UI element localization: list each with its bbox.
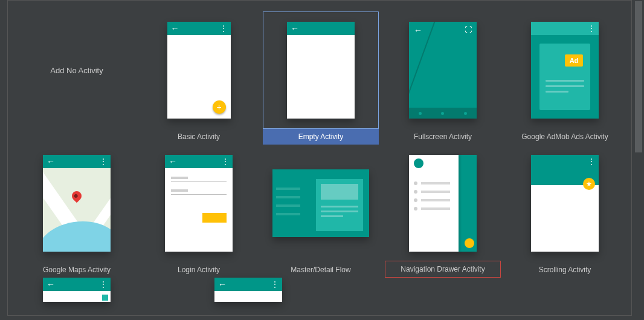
overflow-icon: ⋮ — [588, 25, 595, 32]
template-master-detail[interactable]: Master/Detail Flow — [263, 145, 379, 278]
fullscreen-icon: ⛶ — [465, 25, 472, 34]
thumb-scrolling: ⋮ ★ — [507, 145, 623, 262]
ad-badge: Ad — [565, 54, 583, 67]
back-arrow-icon: ← — [291, 24, 299, 33]
template-partial-1[interactable]: ← ⋮ — [19, 278, 135, 302]
thumb-maps: ← ⋮ — [19, 145, 135, 262]
row-3-cutoff: ← ⋮ ← ⋮ — [19, 278, 306, 302]
add-no-activity-label: Add No Activity — [50, 66, 103, 75]
tile-label: Google AdMob Ads Activity — [507, 129, 623, 145]
star-fab-icon: ★ — [583, 178, 595, 190]
ad-card: Ad — [539, 44, 590, 110]
thumb-nav-drawer — [385, 145, 501, 262]
tile-label: Google Maps Activity — [19, 262, 135, 278]
thumb-add-no-activity: Add No Activity — [19, 11, 135, 129]
back-arrow-icon: ← — [47, 280, 55, 289]
overflow-icon: ⋮ — [222, 158, 229, 165]
template-empty-activity[interactable]: ← Empty Activity — [263, 11, 379, 145]
map-pin-icon — [70, 189, 84, 203]
template-scrolling-activity[interactable]: ⋮ ★ Scrolling Activity — [507, 145, 623, 278]
drawer-panel — [409, 155, 459, 252]
thumb-basic: ← ⋮ + — [141, 11, 257, 129]
login-button-preview — [202, 213, 227, 223]
thumb-master-detail — [263, 145, 379, 262]
fab-icon — [465, 238, 474, 248]
templates-grid: Add No Activity ← ⋮ + Basic Activity — [19, 11, 625, 278]
tile-label: Empty Activity — [263, 129, 379, 145]
tile-label: Fullscreen Activity — [385, 129, 501, 145]
back-arrow-icon: ← — [47, 157, 55, 166]
back-arrow-icon: ← — [171, 24, 179, 33]
tile-label: Scrolling Activity — [507, 262, 623, 278]
check-icon — [102, 295, 108, 301]
tile-label: Master/Detail Flow — [263, 262, 379, 278]
scrollbar-thumb[interactable] — [635, 1, 642, 152]
template-fullscreen-activity[interactable]: ← ⛶ Fullscreen Activity — [385, 11, 501, 145]
thumb-fullscreen: ← ⛶ — [385, 11, 501, 129]
navbar-decoration — [409, 108, 477, 119]
overflow-icon: ⋮ — [100, 158, 107, 165]
diagonal-decoration — [409, 22, 437, 119]
template-partial-2[interactable]: ← ⋮ — [190, 278, 306, 302]
activity-template-chooser: Add No Activity ← ⋮ + Basic Activity — [0, 0, 644, 320]
template-basic-activity[interactable]: ← ⋮ + Basic Activity — [141, 11, 257, 145]
thumb-admob: ⋮ Ad — [507, 11, 623, 129]
template-admob-activity[interactable]: ⋮ Ad Google AdMob Ads Activity — [507, 11, 623, 145]
templates-panel: Add No Activity ← ⋮ + Basic Activity — [7, 0, 632, 316]
tile-label: Login Activity — [141, 262, 257, 278]
map-water — [43, 221, 111, 252]
thumb-login: ← ⋮ — [141, 145, 257, 262]
template-login-activity[interactable]: ← ⋮ Login Activity — [141, 145, 257, 278]
tile-label: Basic Activity — [141, 129, 257, 145]
overflow-icon: ⋮ — [588, 158, 595, 165]
back-arrow-icon: ← — [218, 280, 227, 289]
drawer-behind — [459, 155, 477, 252]
overflow-icon: ⋮ — [220, 25, 227, 32]
tile-label: Navigation Drawer Activity — [385, 261, 501, 278]
fab-icon: + — [213, 100, 226, 114]
detail-pane — [316, 179, 363, 231]
template-add-no-activity[interactable]: Add No Activity — [19, 11, 135, 145]
overflow-icon: ⋮ — [271, 281, 279, 288]
back-arrow-icon: ← — [414, 25, 422, 35]
tile-label — [19, 129, 135, 145]
template-maps-activity[interactable]: ← ⋮ Google Maps Activity — [19, 145, 135, 278]
back-arrow-icon: ← — [169, 157, 177, 166]
vertical-scrollbar[interactable] — [635, 1, 642, 315]
avatar-icon — [414, 158, 423, 168]
login-form-preview — [171, 177, 227, 202]
template-nav-drawer[interactable]: Navigation Drawer Activity — [385, 145, 501, 278]
thumb-empty: ← — [263, 11, 379, 129]
overflow-icon: ⋮ — [100, 281, 107, 288]
master-list — [276, 181, 312, 221]
